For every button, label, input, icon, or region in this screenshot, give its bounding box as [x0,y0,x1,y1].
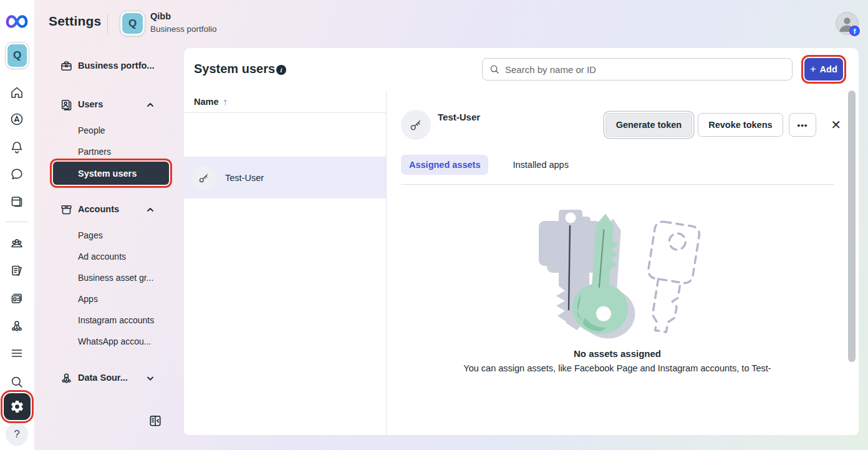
detail-user-avatar [401,110,431,140]
key-icon [197,171,211,185]
app-rail: Q ? [0,0,34,450]
key-icon [408,117,424,133]
more-options-button[interactable]: ••• [789,113,817,137]
messages-icon[interactable] [9,166,25,182]
sidebar-section-accounts[interactable]: Accounts [78,204,119,214]
briefcase-icon [60,59,73,72]
empty-state: No assets assigned You can assign assets… [401,185,834,373]
content-icon[interactable] [9,263,25,279]
chevron-down-icon[interactable] [146,374,155,383]
list-row-test-user[interactable]: Test-User [184,157,386,198]
sidebar-section-users[interactable]: Users [78,99,103,109]
pages-icon[interactable] [9,193,25,210]
help-glyph: ? [14,428,19,441]
generate-token-button[interactable]: Generate token [605,113,693,137]
add-button[interactable]: + Add [804,58,843,81]
ellipsis-icon: ••• [798,120,808,130]
detail-tabs: Assigned assets Installed apps [401,155,845,175]
system-user-avatar [191,165,216,190]
detail-user-name: Test-User [438,112,480,122]
search-box [482,58,793,81]
sidebar-item-apps[interactable]: Apps [78,294,98,304]
system-users-list: Name ↑ Test-User [184,90,387,435]
ads-boost-icon[interactable] [9,111,25,127]
tab-assigned-assets[interactable]: Assigned assets [401,155,488,175]
portfolio-name[interactable]: Qibb [150,11,171,21]
search-icon [489,64,500,75]
row-user-name: Test-User [225,173,264,183]
ads-manager-icon[interactable] [9,291,25,307]
data-sources-icon [60,371,73,384]
plus-icon: + [810,64,816,75]
facebook-badge-icon: f [849,26,860,36]
sidebar-item-partners[interactable]: Partners [78,147,111,157]
name-column-header[interactable]: Name ↑ [184,90,386,113]
sidebar-section-data-sources[interactable]: Data Sour... [78,373,128,383]
collapse-sidebar-icon[interactable] [148,414,162,428]
users-badge-icon [60,98,73,111]
sidebar-item-business-portfolio[interactable]: Business portfo... [78,61,154,71]
section-title: System users [194,62,275,76]
system-users-panel: System users i + Add Name ↑ Test-User Te… [184,48,859,435]
close-icon[interactable]: ✕ [831,117,841,132]
sidebar-item-people[interactable]: People [78,125,105,135]
search-input[interactable] [505,64,786,75]
help-icon[interactable]: ? [6,423,28,446]
add-button-label: Add [820,64,837,74]
search-tool-icon[interactable] [9,374,25,390]
all-tools-icon[interactable] [9,345,25,361]
settings-gear-icon[interactable] [4,393,31,420]
tab-installed-apps[interactable]: Installed apps [504,155,576,175]
user-detail-panel: Test-User Generate token Revoke tokens •… [387,90,845,435]
business-portfolio-avatar[interactable]: Q [6,42,29,69]
list-row-empty [184,113,386,157]
people-icon[interactable] [9,235,25,252]
sidebar-item-pages[interactable]: Pages [78,230,103,240]
scrollbar[interactable] [848,90,856,362]
business-assets-icon[interactable] [9,318,25,334]
sort-ascending-icon: ↑ [223,96,228,107]
portfolio-type-label: Business portfolio [150,24,217,34]
meta-logo[interactable] [4,11,29,32]
portfolio-initial: Q [13,49,21,62]
home-icon[interactable] [9,84,25,100]
sidebar-item-ad-accounts[interactable]: Ad accounts [78,252,126,262]
rail-divider [6,222,28,222]
chevron-up-icon[interactable] [146,100,155,109]
user-avatar[interactable]: f [836,12,859,35]
column-label: Name [194,97,219,107]
accounts-box-icon [60,203,73,216]
page-title: Settings [49,14,101,29]
notifications-icon[interactable] [9,139,25,155]
empty-state-description: You can assign assets, like Facebook Pag… [463,363,771,373]
sidebar-item-business-asset-groups[interactable]: Business asset gr... [78,273,153,283]
sidebar-item-whatsapp-accounts[interactable]: WhatsApp accou... [78,336,152,346]
portfolio-badge-initial: Q [128,17,137,30]
sidebar-item-instagram-accounts[interactable]: Instagram accounts [78,315,154,325]
keys-illustration [530,203,705,346]
sidebar-item-system-users[interactable]: System users [53,162,169,185]
info-icon[interactable]: i [276,65,286,75]
sidebar-item-label: System users [78,169,137,179]
revoke-tokens-button[interactable]: Revoke tokens [698,113,783,137]
portfolio-badge[interactable]: Q [120,11,145,36]
empty-state-title: No assets assigned [574,348,661,359]
chevron-up-icon[interactable] [146,205,155,214]
topbar-separator [107,14,108,33]
